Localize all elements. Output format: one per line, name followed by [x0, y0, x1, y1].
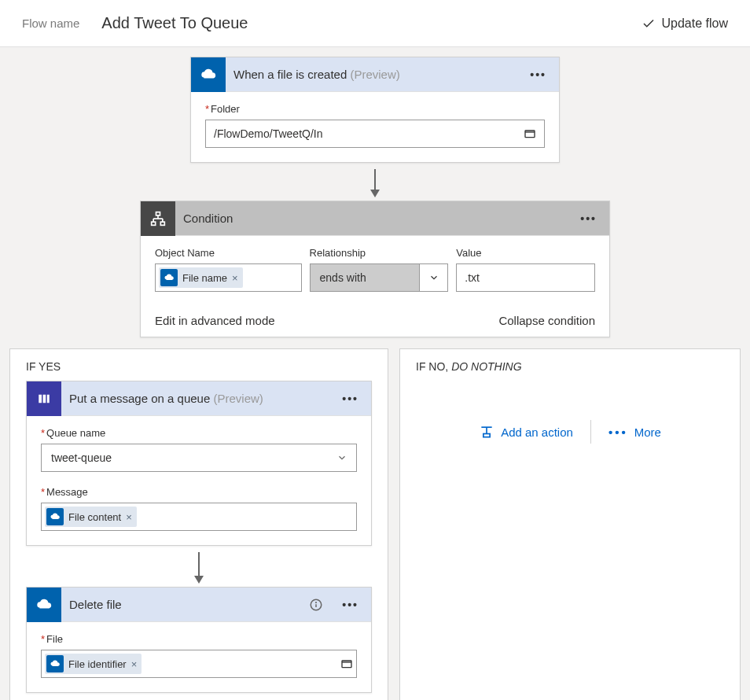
chevron-down-icon — [419, 264, 447, 291]
trigger-header[interactable]: When a file is created (Preview) ••• — [191, 57, 559, 92]
branch-yes: IF YES Put a message on a queue (Preview… — [9, 348, 388, 700]
condition-footer: Edit in advanced mode Collapse condition — [141, 306, 609, 337]
trigger-title: When a file is created (Preview) — [226, 68, 400, 81]
svg-rect-21 — [483, 434, 490, 437]
queue-action-title: Put a message on a queue (Preview) — [61, 392, 263, 405]
delete-action-card: Delete file ••• *File File identifier — [26, 587, 372, 693]
branches: IF YES Put a message on a queue (Preview… — [9, 348, 741, 700]
arrow-2 — [26, 546, 372, 587]
svg-rect-12 — [47, 394, 50, 403]
file-label: *File — [41, 633, 357, 645]
file-identifier-chip[interactable]: File identifier × — [45, 654, 142, 674]
value-label: Value — [456, 247, 595, 259]
branch-yes-label: IF YES — [26, 360, 372, 373]
chip-remove-icon[interactable]: × — [126, 511, 132, 523]
condition-icon — [141, 201, 175, 236]
onedrive-icon — [160, 269, 178, 286]
chip-remove-icon[interactable]: × — [131, 658, 138, 670]
delete-menu-button[interactable]: ••• — [329, 599, 371, 611]
trigger-card: When a file is created (Preview) ••• *Fo… — [190, 57, 560, 163]
condition-header[interactable]: Condition ••• — [141, 201, 609, 236]
collapse-condition-link[interactable]: Collapse condition — [498, 314, 595, 327]
update-flow-button[interactable]: Update flow — [642, 17, 729, 31]
queue-action-card: Put a message on a queue (Preview) ••• *… — [26, 381, 372, 546]
folder-picker-icon[interactable] — [524, 127, 536, 140]
onedrive-icon — [191, 57, 226, 92]
queue-action-header[interactable]: Put a message on a queue (Preview) ••• — [27, 381, 371, 416]
delete-action-header[interactable]: Delete file ••• — [27, 588, 371, 622]
relationship-select[interactable]: ends with — [310, 263, 449, 292]
chevron-down-icon — [328, 444, 356, 471]
chip-remove-icon[interactable]: × — [232, 272, 238, 284]
object-name-label: Object Name — [155, 247, 302, 259]
svg-rect-10 — [39, 394, 42, 403]
onedrive-icon — [46, 508, 64, 525]
file-content-chip[interactable]: File content × — [45, 507, 137, 527]
folder-value: /FlowDemo/TweetQ/In — [214, 127, 323, 140]
folder-input[interactable]: /FlowDemo/TweetQ/In — [205, 120, 545, 148]
onedrive-icon — [46, 655, 64, 672]
svg-rect-3 — [156, 212, 160, 215]
svg-rect-8 — [152, 222, 156, 225]
queue-name-select[interactable]: tweet-queue — [41, 444, 357, 472]
arrow-1 — [9, 163, 741, 201]
add-action-icon — [479, 424, 494, 440]
queue-menu-button[interactable]: ••• — [329, 392, 371, 405]
edit-advanced-link[interactable]: Edit in advanced mode — [155, 314, 275, 327]
flow-title: Add Tweet To Queue — [101, 14, 248, 32]
flow-name-label: Flow name — [22, 17, 79, 30]
svg-marker-2 — [370, 190, 380, 197]
condition-card: Condition ••• Object Name File name × — [140, 201, 610, 337]
branch-no-label: IF NO, DO NOTHING — [416, 360, 724, 373]
preview-badge: (Preview) — [350, 68, 399, 81]
queue-icon — [27, 381, 61, 416]
svg-rect-0 — [525, 131, 535, 138]
update-flow-label: Update flow — [662, 17, 729, 31]
file-input[interactable]: File identifier × — [41, 650, 357, 678]
value-input[interactable]: .txt — [456, 263, 595, 292]
svg-point-17 — [316, 602, 317, 602]
ellipsis-icon: ••• — [608, 426, 628, 439]
relationship-label: Relationship — [310, 247, 449, 259]
queue-name-label: *Queue name — [41, 427, 357, 439]
condition-title: Condition — [175, 212, 233, 225]
message-input[interactable]: File content × — [41, 503, 357, 531]
more-button[interactable]: ••• More — [608, 426, 661, 439]
object-name-input[interactable]: File name × — [155, 263, 302, 292]
folder-label: *Folder — [205, 103, 545, 115]
add-action-button[interactable]: Add an action — [479, 424, 573, 440]
queue-name-value: tweet-queue — [42, 451, 328, 464]
divider — [590, 420, 591, 444]
svg-rect-9 — [160, 222, 164, 225]
message-label: *Message — [41, 486, 357, 498]
top-header: Flow name Add Tweet To Queue Update flow — [0, 0, 750, 47]
file-name-chip[interactable]: File name × — [159, 267, 243, 288]
relationship-value: ends with — [311, 264, 420, 291]
svg-rect-18 — [342, 661, 351, 668]
branch-no: IF NO, DO NOTHING Add an action ••• More — [399, 348, 741, 700]
flow-canvas: When a file is created (Preview) ••• *Fo… — [0, 47, 750, 700]
info-icon[interactable] — [309, 598, 329, 612]
delete-action-title: Delete file — [61, 598, 122, 611]
svg-marker-14 — [194, 576, 204, 584]
preview-badge: (Preview) — [213, 392, 263, 405]
onedrive-icon — [27, 588, 61, 622]
trigger-menu-button[interactable]: ••• — [517, 68, 559, 81]
condition-menu-button[interactable]: ••• — [568, 212, 609, 225]
folder-picker-icon[interactable] — [340, 658, 353, 670]
svg-rect-11 — [43, 394, 46, 403]
check-icon — [642, 17, 656, 31]
